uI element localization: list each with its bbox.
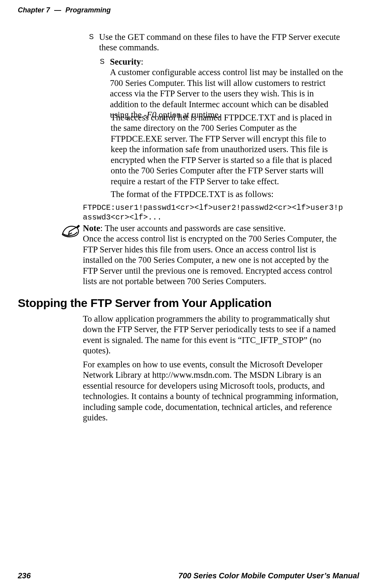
note-body: Once the access control list is encrypte… <box>83 234 337 286</box>
note-block: Note: The user accounts and passwords ar… <box>83 223 344 287</box>
bullet-content: Security: A customer configurable access… <box>110 57 344 120</box>
sub-list: S Security: A customer configurable acce… <box>89 57 344 120</box>
note-after-lead: : The user accounts and passwords are ca… <box>100 223 286 233</box>
heading-stopping-ftp: Stopping the FTP Server from Your Applic… <box>18 297 344 310</box>
note-icon <box>60 223 80 239</box>
bullet-block-1: S Use the GET command on these files to … <box>89 32 344 55</box>
bullet-block-3: The access control list is named FTPDCE.… <box>89 112 344 187</box>
bullet-text: Use the GET command on these files to ha… <box>99 32 344 53</box>
footer: 236 700 Series Color Mobile Computer Use… <box>18 571 359 580</box>
sub-para-wrap: The access control list is named FTPDCE.… <box>89 112 344 187</box>
page: Chapter 7 — Programming S Use the GET co… <box>0 0 377 588</box>
svg-line-0 <box>69 227 77 231</box>
note-label: Note <box>83 223 100 233</box>
running-head-title: Programming <box>65 6 111 14</box>
bullet-marker: S <box>100 57 110 120</box>
colon: : <box>141 57 143 67</box>
security-para-3: The format of the FTPDCE.TXT is as follo… <box>100 189 344 199</box>
bullet-marker: S <box>89 32 99 53</box>
bullet-block-4: The format of the FTPDCE.TXT is as follo… <box>89 189 344 199</box>
chapter-label: Chapter 7 <box>18 6 50 14</box>
sub-para-wrap: The format of the FTPDCE.TXT is as follo… <box>89 189 344 199</box>
security-label: Security <box>110 57 141 67</box>
list-item: S Security: A customer configurable acce… <box>100 57 344 120</box>
paragraph-2: For examples on how to use events, consu… <box>83 359 344 423</box>
running-head-separator: — <box>54 6 61 14</box>
page-number: 236 <box>18 571 31 580</box>
security-para-2: The access control list is named FTPDCE.… <box>100 112 344 187</box>
paragraph-1: To allow application programmers the abi… <box>83 314 344 356</box>
code-block: FTPDCE:user1!passwd1<cr><lf>user2!passwd… <box>83 203 344 222</box>
list-item: S Use the GET command on these files to … <box>89 32 344 53</box>
bullet-block-2: S Security: A customer configurable acce… <box>89 57 344 120</box>
running-head: Chapter 7 — Programming <box>18 6 359 14</box>
footer-title: 700 Series Color Mobile Computer User’s … <box>178 571 359 580</box>
